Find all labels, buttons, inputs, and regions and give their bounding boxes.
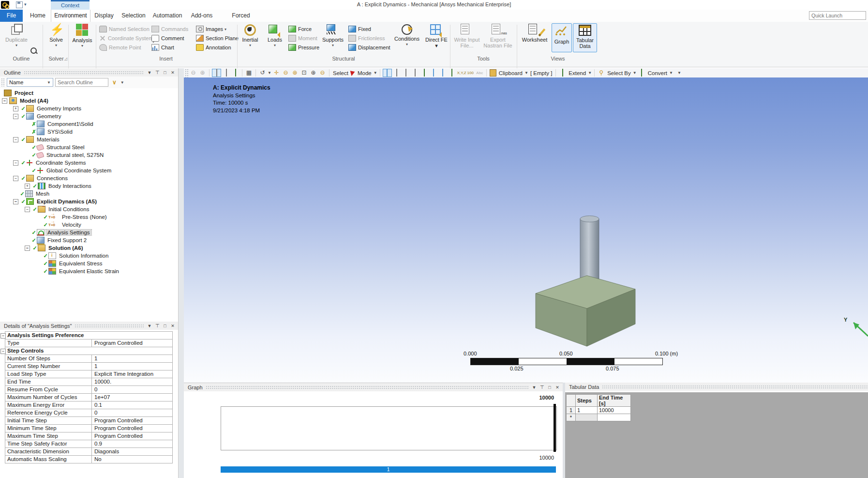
annotation-button[interactable]: Annotation (196, 43, 231, 52)
search-icon[interactable] (30, 47, 38, 55)
filter-element-face-icon[interactable] (439, 69, 447, 77)
collapse-icon[interactable]: − (25, 246, 30, 251)
conditions-button[interactable]: Conditions▾ (393, 23, 421, 46)
collapse-icon[interactable]: − (13, 137, 18, 142)
tree-item[interactable]: −✓Connections (0, 174, 178, 182)
tab-home[interactable]: Home (27, 10, 48, 22)
tree-item[interactable]: −Model (A4) (0, 97, 178, 105)
details-property-value[interactable]: Program Controlled (92, 417, 172, 424)
details-property-value[interactable]: 0 (92, 386, 172, 393)
tree-item[interactable]: ✗Component1\Solid (0, 120, 178, 128)
select-by-pin-icon[interactable]: ⚲ (597, 69, 605, 77)
tab-selection[interactable]: Selection (119, 10, 148, 22)
tree-item[interactable]: ✓Equivalent Stress (0, 260, 178, 267)
details-menu-icon[interactable]: ▼ (147, 324, 152, 328)
tabular-corner-cell[interactable] (567, 395, 576, 407)
details-property-value[interactable]: Program Controlled (92, 339, 172, 347)
zoom-redo-icon[interactable]: ⊕ (198, 69, 207, 77)
rotate-icon[interactable]: ↺ (258, 69, 267, 77)
filter-vertex-icon[interactable] (393, 69, 401, 77)
tree-item[interactable]: ✓Solution Information (0, 252, 178, 260)
collapse-icon[interactable]: − (13, 199, 18, 204)
graph-step-bar[interactable]: 1 (221, 466, 556, 473)
filter-smart-icon[interactable] (383, 69, 392, 77)
write-input-file-button[interactable]: Write Input File... (453, 23, 481, 48)
export-nastran-button[interactable]: .nas Export Nastran File (483, 23, 513, 48)
chart-button[interactable]: Chart (151, 43, 174, 52)
tree-item[interactable]: −✓Coordinate Systems (0, 159, 178, 167)
coordinate-system-button[interactable]: Coordinate System (99, 34, 153, 43)
frictionless-button[interactable]: Frictionless (348, 34, 385, 43)
section-plane-button[interactable]: Section Plane (196, 34, 239, 43)
tabular-data-view-button[interactable]: Tabular Data (573, 23, 597, 52)
mode-caret-icon[interactable]: ▼ (374, 69, 377, 77)
filter-drag-handle[interactable] (1, 78, 5, 87)
expand-icon[interactable]: + (13, 106, 18, 111)
triad[interactable]: Y (844, 317, 868, 339)
tabular-row-index[interactable]: 1 (567, 407, 576, 414)
tree-item[interactable]: +✓Geometry Imports (0, 105, 178, 112)
collapse-icon[interactable]: − (13, 114, 18, 119)
select-cursor-icon[interactable] (350, 70, 356, 76)
details-property-value[interactable]: 1e+07 (92, 394, 172, 401)
zoom-in-icon[interactable]: ⊕ (291, 69, 299, 77)
extend-dropdown[interactable]: Extend (569, 70, 586, 76)
tree-item[interactable]: ✓Mesh (0, 190, 178, 198)
box-zoom-icon[interactable]: ⊡ (300, 69, 308, 77)
details-close-icon[interactable]: ✕ (170, 324, 175, 328)
zoom-out-icon[interactable]: ⊖ (282, 69, 290, 77)
details-property-value[interactable]: 0.1 (92, 401, 172, 409)
details-section-row[interactable]: Analysis Settings Preference (5, 332, 173, 339)
convert-dropdown[interactable]: Convert (648, 70, 667, 76)
collapse-icon[interactable]: − (2, 98, 7, 104)
inertial-button[interactable]: Inertial▾ (238, 23, 262, 47)
select-by-caret-icon[interactable]: ▼ (633, 69, 637, 77)
details-property-value[interactable]: No (92, 456, 172, 463)
tree-item[interactable]: −✓Materials (0, 136, 178, 143)
convert-icon[interactable] (638, 69, 646, 77)
viewports-icon[interactable]: ▦ (245, 69, 253, 77)
direct-fe-button[interactable]: Direct FE ▾ (425, 23, 448, 48)
tab-environment[interactable]: Environment (51, 10, 90, 22)
tab-display[interactable]: Display (93, 10, 115, 22)
tab-forced-response[interactable]: Forced Response (219, 10, 263, 22)
details-property-value[interactable]: Program Controlled (92, 425, 172, 432)
tree-item[interactable]: ✓Pre-Stress (None) (0, 213, 178, 221)
tab-automation[interactable]: Automation (152, 10, 182, 22)
graph-view-button[interactable]: Graph (552, 23, 572, 52)
zoom-fit-icon[interactable]: ⊕ (309, 69, 317, 77)
filter-body-icon[interactable] (420, 69, 429, 77)
pan-icon[interactable]: ✛ (272, 69, 281, 77)
details-maximize-icon[interactable]: □ (163, 324, 167, 328)
details-property-value[interactable]: Explicit Time Integration (92, 370, 172, 378)
quick-launch-input[interactable] (809, 11, 866, 20)
tree-item[interactable]: ✓Analysis Settings (0, 229, 178, 236)
commands-button[interactable]: Commands (151, 25, 188, 33)
tree-item[interactable]: ✓Velocity (0, 221, 178, 229)
named-selection-button[interactable]: Named Selection (99, 25, 150, 33)
filter-node-icon[interactable] (430, 69, 438, 77)
tree-item[interactable]: +✓Body Interactions (0, 182, 178, 190)
expand-icon[interactable]: + (25, 184, 30, 189)
remote-point-button[interactable]: Remote Point (99, 43, 141, 52)
tabular-cell-steps[interactable]: 1 (576, 407, 598, 414)
solve-button[interactable]: ⚡ Solve ▾ (45, 23, 67, 47)
extend-caret-icon[interactable]: ▼ (588, 69, 592, 77)
tree-item[interactable]: ✓Equivalent Elastic Strain (0, 267, 178, 275)
tree-item[interactable]: −✓Explicit Dynamics (A5) (0, 198, 178, 205)
mode-shaded-icon[interactable] (222, 69, 230, 77)
filter-element-icon[interactable] (448, 69, 456, 77)
zoom-magnifier-icon[interactable]: ⊖ (318, 69, 327, 77)
show-values-tag-icon[interactable]: 100 (466, 69, 475, 77)
details-property-value[interactable]: 10000. (92, 378, 172, 385)
search-outline-input[interactable] (55, 78, 108, 87)
outline-viewport-splitter[interactable] (179, 68, 184, 478)
details-property-value[interactable]: Diagonals (92, 448, 172, 455)
model-geometry[interactable] (184, 77, 868, 383)
graph-pin-icon[interactable]: ⊥ (539, 385, 544, 390)
extend-icon[interactable] (558, 69, 567, 77)
select-by-dropdown[interactable]: Select By (607, 70, 631, 76)
details-property-value[interactable]: 0.9 (92, 440, 172, 447)
tabular-col-steps[interactable]: Steps (576, 395, 598, 407)
tree-item[interactable]: −✓Initial Conditions (0, 205, 178, 213)
